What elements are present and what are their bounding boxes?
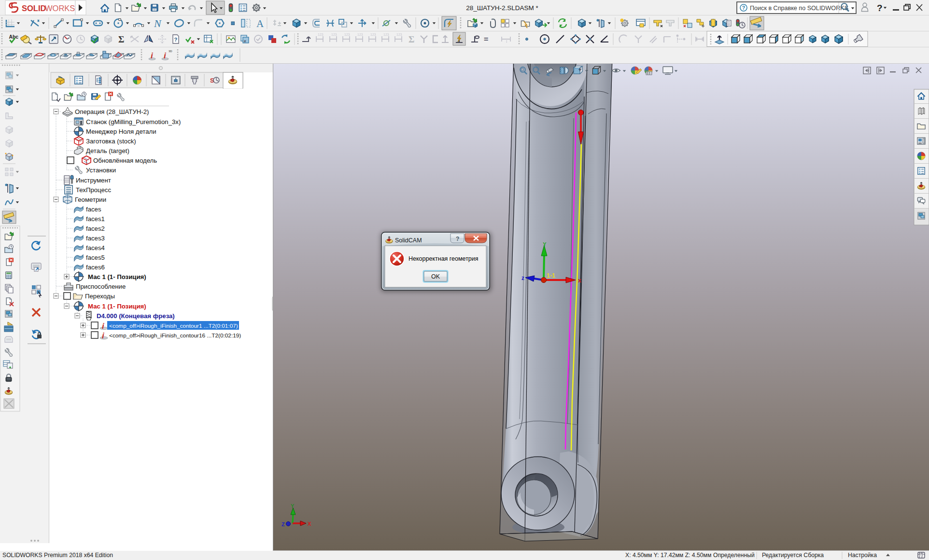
svg-text:Настройка: Настройка [848,552,877,559]
svg-text:z: z [521,275,524,281]
svg-text:?: ? [877,3,883,13]
svg-text:X: X [308,521,311,527]
svg-text:faces3: faces3 [86,235,105,242]
svg-text:Σ: Σ [118,34,124,44]
svg-text:123: 123 [331,33,337,36]
svg-text:faces6: faces6 [86,264,105,271]
svg-text:123: 123 [357,33,363,36]
svg-text:D4.000 (Концевая фреза): D4.000 (Концевая фреза) [97,312,175,320]
svg-text:faces: faces [86,206,101,213]
svg-text:WORKS: WORKS [45,4,75,13]
svg-text:Менеджер Ноля детали: Менеджер Ноля детали [86,128,156,135]
svg-text:A: A [256,18,264,29]
svg-text:Y: Y [543,241,547,247]
svg-text:Заготовка (stock): Заготовка (stock) [86,138,136,145]
svg-text:Инструмент: Инструмент [76,177,111,184]
svg-text:SOLID: SOLID [22,4,46,13]
svg-text:Деталь (target): Деталь (target) [86,147,129,154]
svg-text:123: 123 [344,33,350,36]
svg-text:123: 123 [318,33,324,36]
svg-text:Поиск в Справке по SOLIDWORKS: Поиск в Справке по SOLIDWORKS [750,5,848,12]
svg-text:Редактируется Сборка: Редактируется Сборка [762,552,824,559]
svg-text:OK: OK [431,273,440,280]
svg-text:?: ? [742,5,745,11]
svg-text:I: I [506,39,507,44]
svg-text:123: 123 [370,33,376,36]
svg-text:Станок (gMilling_Puremotion_3x: Станок (gMilling_Puremotion_3x) [86,118,181,126]
svg-text:Мас 1 (1- Позиция): Мас 1 (1- Позиция) [88,273,146,280]
svg-text:x: x [578,277,581,284]
svg-text:28_ШАТУН-2.SLDASM *: 28_ШАТУН-2.SLDASM * [466,4,538,12]
svg-text:ТехПроцесс: ТехПроцесс [76,186,111,194]
svg-text:<comp_off>iRough_iFinish_conto: <comp_off>iRough_iFinish_contour16 ...T2… [109,332,241,339]
svg-text:SOLIDWORKS Premium 2018 x64 Ed: SOLIDWORKS Premium 2018 x64 Edition [2,552,113,559]
svg-text:X: 4.50мм Y: 17.42мм Z: 4.50мм: X: 4.50мм Y: 17.42мм Z: 4.50мм [625,552,711,559]
svg-text:Переходы: Переходы [85,293,115,300]
svg-text:Приспособление: Приспособление [76,283,126,290]
svg-text:1-1: 1-1 [547,272,555,279]
svg-text:Геометрии: Геометрии [75,196,106,203]
svg-text:<comp_off>iRough_iFinish_conto: <comp_off>iRough_iFinish_contour1 ...T2(… [109,322,238,329]
svg-text:Определенный: Определенный [713,552,755,559]
svg-text:Σ: Σ [408,34,414,44]
svg-text:#: # [244,39,246,43]
svg-text:Операция (28_ШАТУН-2): Операция (28_ШАТУН-2) [75,108,149,115]
svg-text:123: 123 [396,33,402,36]
svg-text:Мас 1 (1- Позиция): Мас 1 (1- Позиция) [88,303,146,310]
svg-text:SolidCAM: SolidCAM [395,237,422,244]
svg-text:Установки: Установки [86,167,116,174]
svg-text:faces2: faces2 [86,225,105,232]
svg-text:N: N [154,17,162,29]
svg-text:3D: 3D [169,50,172,53]
svg-text:Y: Y [291,503,295,509]
svg-text:faces1: faces1 [86,215,105,223]
svg-text:?: ? [456,236,459,242]
svg-text:=: = [484,35,488,43]
svg-text:123: 123 [383,33,389,36]
svg-text:faces5: faces5 [86,254,105,261]
svg-text:Z: Z [282,521,285,527]
svg-text:?: ? [174,37,178,42]
svg-text:faces4: faces4 [86,244,105,252]
svg-text:Обновлённая модель: Обновлённая модель [93,157,157,164]
svg-text:Некорректная геометрия: Некорректная геометрия [408,255,479,262]
